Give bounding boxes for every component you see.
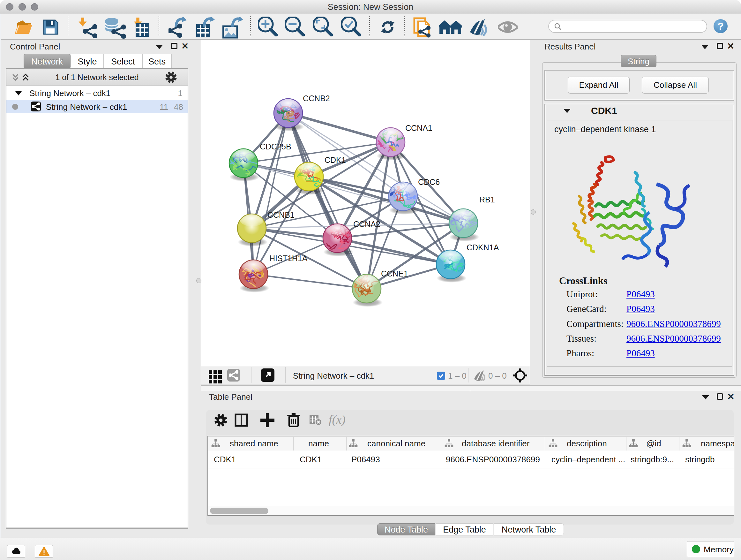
svg-text:CCNB2: CCNB2 (303, 94, 330, 103)
svg-text:CCNA1: CCNA1 (405, 124, 432, 132)
svg-text:HIST1H1A: HIST1H1A (269, 254, 308, 263)
svg-text:RB1: RB1 (479, 195, 495, 204)
svg-text:CDC6: CDC6 (418, 178, 440, 186)
svg-text:CDC25B: CDC25B (260, 142, 291, 151)
svg-text:CCNE1: CCNE1 (381, 269, 408, 278)
svg-text:CCNB1: CCNB1 (267, 210, 294, 219)
svg-text:CDK1: CDK1 (325, 155, 346, 165)
svg-text:CCNA2: CCNA2 (353, 220, 381, 229)
svg-text:CDKN1A: CDKN1A (467, 243, 499, 252)
